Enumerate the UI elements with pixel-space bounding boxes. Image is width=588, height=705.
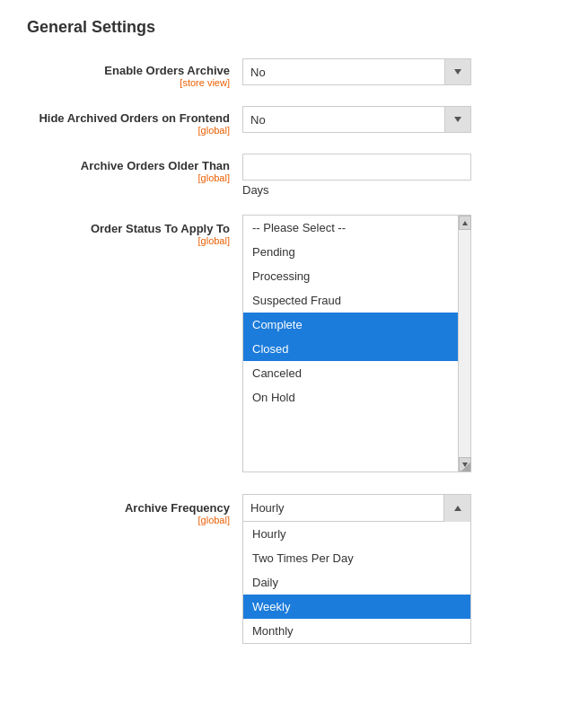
enable-orders-archive-label-col: Enable Orders Archive [store view] xyxy=(27,58,242,88)
archive-orders-older-than-input[interactable]: 30 xyxy=(242,154,471,181)
general-settings-page: General Settings Enable Orders Archive [… xyxy=(0,0,588,680)
hide-archived-orders-label-col: Hide Archived Orders on Frontend [global… xyxy=(27,106,242,136)
order-status-listbox-outer: -- Please Select -- Pending Processing S… xyxy=(242,215,561,472)
order-status-listbox[interactable]: -- Please Select -- Pending Processing S… xyxy=(242,215,471,472)
archive-orders-older-than-control: 30 Days xyxy=(242,154,561,197)
days-label: Days xyxy=(242,183,561,197)
archive-frequency-scope: [global] xyxy=(27,515,230,525)
archive-frequency-arrow[interactable] xyxy=(443,495,470,522)
archive-orders-older-than-label-col: Archive Orders Older Than [global] xyxy=(27,154,242,183)
archive-frequency-header: Hourly xyxy=(243,495,470,522)
frequency-option-monthly[interactable]: Monthly xyxy=(243,619,470,643)
list-item[interactable]: -- Please Select -- xyxy=(243,216,458,240)
archive-frequency-control: Hourly Hourly Two Times Per Day Daily We… xyxy=(242,494,561,644)
order-status-scope: [global] xyxy=(27,235,230,246)
archive-frequency-label-col: Archive Frequency [global] xyxy=(27,494,242,525)
chevron-up-icon xyxy=(454,506,461,511)
enable-orders-archive-select-wrapper: No Yes xyxy=(242,58,471,85)
listbox-resize-handle[interactable] xyxy=(461,463,470,471)
list-item[interactable]: Suspected Fraud xyxy=(243,288,458,313)
hide-archived-orders-select-wrapper: No Yes xyxy=(242,106,471,133)
hide-archived-orders-select[interactable]: No Yes xyxy=(242,106,471,133)
list-item-closed[interactable]: Closed xyxy=(243,337,458,361)
listbox-scrollbar[interactable] xyxy=(458,216,470,471)
page-title: General Settings xyxy=(27,18,561,37)
enable-orders-archive-select[interactable]: No Yes xyxy=(242,58,471,85)
hide-archived-orders-row: Hide Archived Orders on Frontend [global… xyxy=(27,106,561,136)
enable-orders-archive-scope: [store view] xyxy=(27,77,230,88)
order-status-label-col: Order Status To Apply To [global] xyxy=(27,215,242,246)
order-status-items-area: -- Please Select -- Pending Processing S… xyxy=(243,216,458,471)
hide-archived-orders-label: Hide Archived Orders on Frontend xyxy=(27,111,230,125)
archive-orders-older-than-row: Archive Orders Older Than [global] 30 Da… xyxy=(27,154,561,197)
frequency-option-daily[interactable]: Daily xyxy=(243,570,470,595)
archive-frequency-options: Hourly Two Times Per Day Daily Weekly Mo… xyxy=(243,522,470,643)
order-status-control: -- Please Select -- Pending Processing S… xyxy=(242,215,561,472)
enable-orders-archive-label: Enable Orders Archive xyxy=(27,64,230,77)
list-item[interactable]: Pending xyxy=(243,240,458,264)
list-item-complete[interactable]: Complete xyxy=(243,313,458,337)
frequency-option-weekly[interactable]: Weekly xyxy=(243,595,470,619)
list-item[interactable]: On Hold xyxy=(243,385,458,410)
chevron-up-icon xyxy=(462,221,468,225)
archive-frequency-row: Archive Frequency [global] Hourly Hourly… xyxy=(27,494,561,644)
order-status-label: Order Status To Apply To xyxy=(27,222,230,235)
archive-frequency-value: Hourly xyxy=(243,501,443,515)
archive-frequency-label: Archive Frequency xyxy=(27,501,230,515)
archive-orders-older-than-scope: [global] xyxy=(27,172,230,183)
enable-orders-archive-control: No Yes xyxy=(242,58,561,85)
order-status-row: Order Status To Apply To [global] -- Ple… xyxy=(27,215,561,472)
hide-archived-orders-control: No Yes xyxy=(242,106,561,133)
list-item[interactable]: Processing xyxy=(243,264,458,288)
archive-frequency-dropdown[interactable]: Hourly Hourly Two Times Per Day Daily We… xyxy=(242,494,471,644)
frequency-option-two-times[interactable]: Two Times Per Day xyxy=(243,546,470,570)
scroll-up-button[interactable] xyxy=(459,216,471,230)
hide-archived-orders-scope: [global] xyxy=(27,125,230,136)
frequency-option-hourly[interactable]: Hourly xyxy=(243,522,470,546)
enable-orders-archive-row: Enable Orders Archive [store view] No Ye… xyxy=(27,58,561,88)
archive-orders-older-than-label: Archive Orders Older Than xyxy=(27,159,230,172)
list-item[interactable]: Canceled xyxy=(243,361,458,385)
scroll-track xyxy=(459,230,470,457)
